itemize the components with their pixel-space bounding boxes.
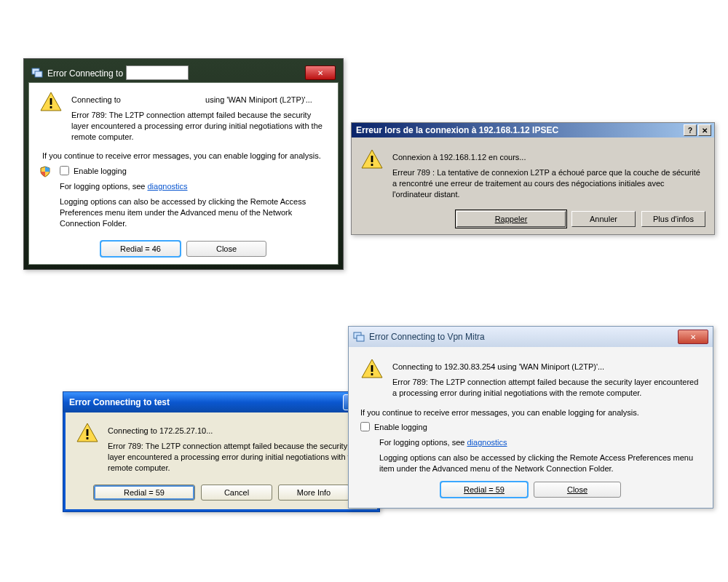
continue-text: If you continue to receive error message…: [42, 151, 328, 162]
dialog-error-4: Error Connecting to Vpn Mitra ✕ Connecti…: [348, 326, 713, 509]
more-info-button[interactable]: More Info: [278, 485, 349, 501]
close-button[interactable]: Close: [534, 482, 621, 498]
diag-prefix: For logging options, see: [60, 182, 147, 191]
error-text: Erreur 789 : La tentative de connexion L…: [392, 167, 705, 200]
diagnostics-link[interactable]: diagnostics: [147, 182, 187, 191]
cancel-button[interactable]: Annuler: [571, 211, 636, 227]
enable-logging-checkbox[interactable]: Enable logging: [60, 166, 127, 175]
close-icon[interactable]: ✕: [698, 124, 711, 136]
app-icon: [31, 66, 43, 79]
title-text: Erreur lors de la connexion à 192.168.1.…: [356, 125, 682, 135]
connecting-text: Connexion à 192.168.1.12 en cours...: [392, 152, 705, 163]
warning-icon: [360, 148, 384, 204]
title-text: Error Connecting to test: [69, 397, 341, 407]
redial-button[interactable]: Rappeler: [456, 211, 566, 227]
enable-logging-checkbox[interactable]: Enable logging: [360, 422, 427, 431]
titlebar[interactable]: Erreur lors de la connexion à 192.168.1.…: [352, 123, 714, 137]
logging-options-text: Logging options can also be accessed by …: [60, 196, 328, 229]
title-text: Error Connecting to Vpn Mitra: [369, 332, 676, 342]
redial-button[interactable]: Redial = 59: [440, 482, 528, 498]
dialog-error-3: Error Connecting to test ? ✕ Connecting …: [63, 391, 380, 512]
dialog-error-1: Error Connecting to ✕ Connecting to usin…: [23, 58, 344, 270]
more-info-button[interactable]: Plus d'infos: [641, 211, 705, 227]
enable-logging-label: Enable logging: [374, 423, 427, 431]
continue-text: If you continue to receive error message…: [360, 407, 701, 418]
titlebar[interactable]: Error Connecting to Vpn Mitra ✕: [349, 327, 713, 347]
connecting-text: Connecting to 172.25.27.10...: [108, 426, 367, 436]
error-text: Error 789: The L2TP connection attempt f…: [71, 110, 328, 143]
close-icon[interactable]: ✕: [678, 330, 708, 344]
titlebar[interactable]: Error Connecting to test ? ✕: [63, 392, 379, 412]
diagnostics-link[interactable]: diagnostics: [467, 438, 507, 447]
close-icon[interactable]: ✕: [305, 65, 336, 80]
diag-prefix: For logging options, see: [379, 438, 467, 447]
error-text: Error 789: The L2TP connection attempt f…: [108, 441, 367, 474]
title-prefix: Error Connecting to: [47, 68, 123, 79]
shield-icon: [39, 166, 51, 178]
warning-icon: [76, 421, 99, 477]
warning-icon: [360, 357, 384, 403]
help-icon[interactable]: ?: [684, 124, 697, 136]
titlebar[interactable]: Error Connecting to ✕: [28, 63, 339, 82]
redial-button[interactable]: Redial = 46: [100, 241, 181, 257]
close-button[interactable]: Close: [186, 241, 266, 257]
error-text: Error 789: The L2TP connection attempt f…: [392, 377, 701, 399]
connecting-text-right: using 'WAN Miniport (L2TP)'...: [205, 95, 312, 104]
app-icon: [353, 330, 365, 344]
warning-icon: [39, 90, 63, 146]
logging-options-text: Logging options can also be accessed by …: [379, 453, 701, 474]
cancel-button[interactable]: Cancel: [201, 485, 272, 501]
connecting-text-left: Connecting to: [71, 95, 121, 104]
title-destination-field: [126, 65, 189, 80]
enable-logging-label: Enable logging: [74, 167, 127, 175]
connecting-text: Connecting to 192.30.83.254 using 'WAN M…: [392, 362, 701, 372]
dialog-error-2: Erreur lors de la connexion à 192.168.1.…: [351, 122, 715, 235]
redial-button[interactable]: Redial = 59: [93, 485, 195, 501]
